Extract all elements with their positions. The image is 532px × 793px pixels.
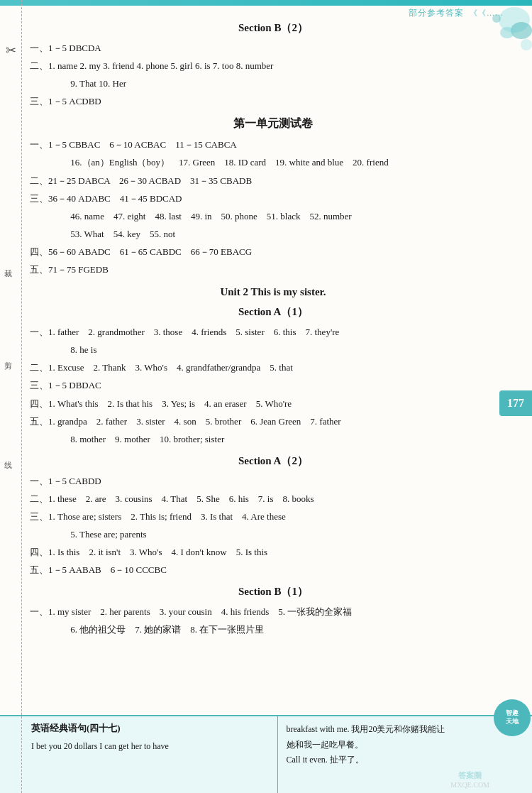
u1-line7: 四、56－60 ABADC 61－65 CABDC 66－70 EBACG xyxy=(28,244,518,260)
a2-line3: 三、1. Those are; sisters 2. This is; frie… xyxy=(28,509,518,525)
u1-line1: 一、1－5 CBBAC 6－10 ACBAC 11－15 CABCA xyxy=(28,137,518,153)
header-arrows: 《《…… xyxy=(470,9,504,17)
zhiqu-text1: 智趣 xyxy=(506,709,519,718)
a2-line2: 二、1. these 2. are 3. cousins 4. That 5. … xyxy=(28,491,518,507)
logo-site: 答案圈 xyxy=(458,770,482,781)
svg-point-1 xyxy=(511,22,532,39)
b2-line2: 二、1. name 2. my 3. friend 4. phone 5. gi… xyxy=(28,58,518,74)
section-b1-title: Section B（1） xyxy=(28,585,518,598)
b1-line2: 6. 他的祖父母 7. 她的家谱 8. 在下一张照片里 xyxy=(28,622,518,638)
footer-right-line3: Call it even. 扯平了。 xyxy=(287,753,524,768)
a1-line1: 一、1. father 2. grandmother 3. those 4. f… xyxy=(28,324,518,340)
a1-line4: 三、1－5 DBDAC xyxy=(28,378,518,393)
cut-line xyxy=(21,0,22,793)
header-label: 部分参考答案 《《…… xyxy=(409,7,504,19)
left-label-cai: 裁 xyxy=(3,263,13,264)
section-b2-title: Section B（2） xyxy=(28,21,518,35)
u1-line6: 53. What 54. key 55. not xyxy=(28,226,518,242)
logo-url: MXQE.COM xyxy=(450,781,489,789)
page-number-badge: 177 xyxy=(499,390,532,416)
b2-line4: 三、1－5 ACDBD xyxy=(28,94,518,109)
footer-left-title: 英语经典语句(四十七) xyxy=(31,722,269,735)
unit1-test-title: 第一单元测试卷 xyxy=(28,116,518,131)
unit2-title: Unit 2 This is my sister. xyxy=(28,286,518,298)
footer-right-line2: 她和我一起吃早餐。 xyxy=(287,738,524,753)
top-bar xyxy=(0,0,532,6)
page: 部分参考答案 《《…… ✂ 裁 剪 线 177 Section B（2） 一、1… xyxy=(0,0,532,793)
u1-line8: 五、71－75 FGEDB xyxy=(28,262,518,278)
footer-right: breakfast with me. 我用20美元和你赌我能让 她和我一起吃早餐… xyxy=(278,716,533,793)
left-label-xian: 线 xyxy=(3,454,13,456)
zhiqu-text2: 天地 xyxy=(506,718,519,726)
section-a2-title: Section A（2） xyxy=(28,454,518,468)
footer-left: 英语经典语句(四十七) I bet you 20 dollars I can g… xyxy=(0,716,278,793)
a2-line4: 5. These are; parents xyxy=(28,527,518,542)
a1-line5: 四、1. What's this 2. Is that his 3. Yes; … xyxy=(28,396,518,412)
a1-line6: 五、1. grandpa 2. father 3. sister 4. son … xyxy=(28,414,518,430)
zhiqu-badge: 智趣 天地 xyxy=(494,699,531,736)
section-a1-title: Section A（1） xyxy=(28,305,518,319)
a2-line5: 四、1. Is this 2. it isn't 3. Who's 4. I d… xyxy=(28,545,518,560)
scissors-icon: ✂ xyxy=(6,43,16,58)
b2-line3: 9. That 10. Her xyxy=(28,76,518,92)
a1-line7: 8. mother 9. mother 10. brother; sister xyxy=(28,432,518,447)
u1-line4: 三、36－40 ADABC 41－45 BDCAD xyxy=(28,191,518,207)
svg-point-2 xyxy=(500,27,514,38)
watermark-area: 答案圈 MXQE.COM xyxy=(450,770,489,789)
main-content: Section B（2） 一、1－5 DBCDA 二、1. name 2. my… xyxy=(28,6,518,647)
left-label-fang: 剪 xyxy=(3,355,13,356)
a1-line3: 二、1. Excuse 2. Thank 3. Who's 4. grandfa… xyxy=(28,360,518,376)
footer-left-text: I bet you 20 dollars I can get her to ha… xyxy=(31,739,269,753)
footer-right-line1: breakfast with me. 我用20美元和你赌我能让 xyxy=(287,722,524,738)
b2-line1: 一、1－5 DBCDA xyxy=(28,40,518,56)
u1-line5: 46. name 47. eight 48. last 49. in 50. p… xyxy=(28,209,518,224)
header-label-text: 部分参考答案 xyxy=(409,8,464,18)
page-number: 177 xyxy=(507,397,524,410)
u1-line3: 二、21－25 DABCA 26－30 ACBAD 31－35 CBADB xyxy=(28,173,518,189)
a2-line6: 五、1－5 AABAB 6－10 CCCBC xyxy=(28,562,518,578)
u1-line2: 16.（an）English（boy） 17. Green 18. ID car… xyxy=(28,155,518,170)
a1-line2: 8. he is xyxy=(28,342,518,358)
a2-line1: 一、1－5 CABDD xyxy=(28,474,518,489)
svg-point-4 xyxy=(521,39,532,50)
b1-line1: 一、1. my sister 2. her parents 3. your co… xyxy=(28,604,518,620)
